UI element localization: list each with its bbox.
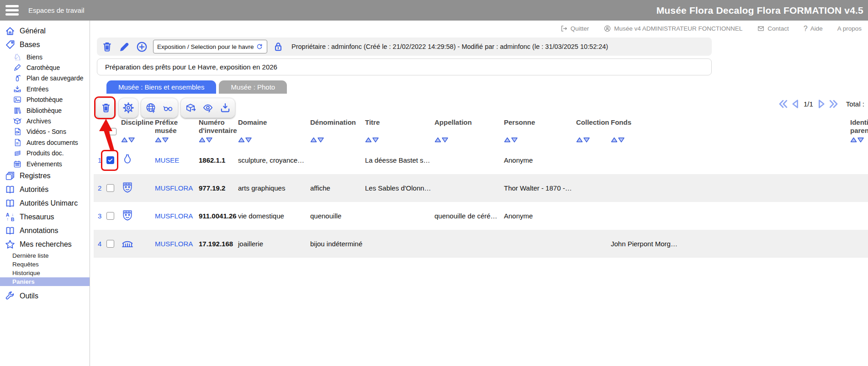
add-basket-button[interactable] bbox=[136, 41, 148, 53]
sort-icon[interactable] bbox=[576, 136, 603, 145]
sidebar-item-bibliotheque[interactable]: Bibliothèque bbox=[0, 105, 90, 116]
row-checkbox[interactable] bbox=[106, 156, 114, 164]
cell-prefixe[interactable]: MUSFLORA bbox=[151, 212, 195, 220]
sidebar-item-mes-recherches[interactable]: Mes recherches bbox=[0, 238, 90, 251]
eye-icon[interactable] bbox=[202, 102, 214, 114]
sidebar-item-thesaurus[interactable]: A↓↑BThesaurus bbox=[0, 210, 90, 224]
sidebar-item-derniere-liste[interactable]: Dernière liste bbox=[0, 251, 90, 260]
sidebar-item-registres[interactable]: Registres bbox=[0, 169, 90, 183]
row-checkbox[interactable] bbox=[106, 184, 114, 192]
sort-icon[interactable] bbox=[155, 136, 191, 145]
row-number-link[interactable]: 2 bbox=[94, 184, 105, 192]
sidebar-item-outils[interactable]: Outils bbox=[0, 289, 90, 303]
cell-prefixe[interactable]: MUSEE bbox=[151, 156, 195, 164]
tab-musee-photo[interactable]: Musée : Photo bbox=[219, 80, 287, 94]
book-icon bbox=[5, 225, 16, 236]
sort-icon[interactable] bbox=[199, 136, 231, 145]
basket-selector[interactable]: Exposition / Selection pour le havre bbox=[153, 40, 267, 53]
table-row: 3MUSFLORA911.0041.26vie domestiquequenou… bbox=[94, 202, 868, 230]
extinguisher-icon bbox=[13, 74, 22, 83]
sidebar-item-historique[interactable]: Historique bbox=[0, 269, 90, 277]
cell-numero: 17.192.168 bbox=[195, 240, 234, 248]
cell-prefixe[interactable]: MUSFLORA bbox=[151, 240, 195, 248]
tab-label: Musée : Photo bbox=[231, 83, 275, 91]
sort-icon[interactable] bbox=[310, 136, 358, 145]
sidebar-item-annotations[interactable]: Annotations bbox=[0, 224, 90, 238]
sidebar-item-phototheque[interactable]: Photothèque bbox=[0, 95, 90, 105]
aide-button[interactable]: ? Aide bbox=[804, 25, 823, 33]
sidebar-item-evenements[interactable]: Evènements bbox=[0, 159, 90, 169]
download-icon[interactable] bbox=[219, 102, 231, 114]
column-header-num bbox=[94, 117, 105, 146]
box-export-icon[interactable] bbox=[185, 102, 196, 114]
sidebar-item-label: Photothèque bbox=[26, 96, 63, 103]
sidebar-item-label: Bases bbox=[20, 41, 40, 49]
select-all-checkbox[interactable] bbox=[109, 128, 116, 135]
contact-button[interactable]: Contact bbox=[757, 25, 789, 32]
sidebar-item-label: Historique bbox=[12, 270, 40, 276]
logout-icon bbox=[560, 25, 568, 32]
user-menu[interactable]: Musée v4 ADMINISTRATEUR FONCTIONNEL bbox=[603, 25, 742, 32]
basket-description-box[interactable]: Préparation des prêts pour Le Havre, exp… bbox=[97, 58, 712, 75]
table-header-row: DisciplinePréfixe muséeNuméro d'inventai… bbox=[94, 117, 868, 146]
globe-icon[interactable] bbox=[145, 102, 157, 114]
sort-icon[interactable] bbox=[434, 136, 497, 145]
sidebar-item-archives[interactable]: Archives bbox=[0, 116, 90, 126]
sort-icon[interactable] bbox=[504, 136, 569, 145]
next-page-button[interactable] bbox=[815, 98, 827, 110]
column-header-appellation: Appellation bbox=[431, 117, 500, 146]
glasses-icon[interactable] bbox=[162, 102, 174, 114]
tab-musee-biens-et-ensembles[interactable]: Musée : Biens et ensembles bbox=[106, 80, 216, 94]
sidebar-item-plan-de-sauvegarde[interactable]: Plan de sauvegarde bbox=[0, 73, 90, 84]
column-header-domaine: Domaine bbox=[234, 117, 307, 146]
sidebar-item-produits-doc[interactable]: Produits doc. bbox=[0, 148, 90, 159]
row-checkbox[interactable] bbox=[106, 240, 114, 248]
mask-icon bbox=[121, 208, 134, 223]
sidebar-item-autorites[interactable]: Autorités bbox=[0, 183, 90, 196]
basket-owner-meta: Propriétaire : adminfonc (Créé le : 21/0… bbox=[291, 43, 608, 50]
sidebar-item-paniers[interactable]: Paniers bbox=[0, 277, 90, 286]
row-number-link[interactable]: 3 bbox=[94, 212, 105, 220]
lock-icon[interactable] bbox=[272, 41, 284, 53]
row-number-link[interactable]: 4 bbox=[94, 240, 105, 248]
trash-icon[interactable] bbox=[100, 102, 112, 114]
papers-icon bbox=[13, 149, 22, 158]
workspace-title: Espaces de travail bbox=[28, 6, 85, 14]
sidebar-item-label: Mes recherches bbox=[20, 240, 72, 249]
sort-icon[interactable] bbox=[611, 136, 669, 145]
sort-icon[interactable] bbox=[238, 136, 303, 145]
delete-basket-button[interactable] bbox=[101, 41, 113, 53]
sidebar-item-autorites-unimarc[interactable]: Autorités Unimarc bbox=[0, 196, 90, 210]
column-label: Dénomination bbox=[310, 118, 358, 127]
sidebar-item-label: Outils bbox=[20, 292, 38, 300]
cell-prefixe[interactable]: MUSFLORA bbox=[151, 184, 195, 192]
cell-denomination: quenouille bbox=[307, 212, 361, 220]
prev-page-button[interactable] bbox=[790, 98, 801, 110]
row-number-link[interactable]: 1 bbox=[94, 156, 105, 164]
sort-icon[interactable] bbox=[850, 136, 868, 145]
sidebar-item-entrees[interactable]: Entrées bbox=[0, 84, 90, 94]
gear-icon[interactable] bbox=[122, 102, 134, 114]
sidebar-item-biens[interactable]: ♘Biens bbox=[0, 52, 90, 62]
sidebar-item-general[interactable]: Général bbox=[0, 24, 90, 38]
sidebar-item-requetes[interactable]: Requêtes bbox=[0, 260, 90, 269]
last-page-button[interactable] bbox=[828, 98, 839, 110]
user-label: Musée v4 ADMINISTRATEUR FONCTIONNEL bbox=[614, 25, 742, 32]
sort-icon[interactable] bbox=[365, 136, 427, 145]
quitter-button[interactable]: Quitter bbox=[560, 25, 589, 32]
aide-label: Aide bbox=[810, 25, 823, 32]
sidebar-item-videos-sons[interactable]: Vidéos - Sons bbox=[0, 127, 90, 137]
apropos-button[interactable]: A propos bbox=[837, 25, 862, 32]
discipline-cell bbox=[117, 236, 151, 252]
sidebar-item-autres-documents[interactable]: Autres documents bbox=[0, 137, 90, 148]
column-header-fonds: Fonds bbox=[607, 117, 673, 146]
sidebar-item-carotheque[interactable]: Carothèque bbox=[0, 62, 90, 73]
row-checkbox[interactable] bbox=[106, 212, 114, 220]
first-page-button[interactable] bbox=[778, 98, 789, 110]
edit-basket-button[interactable] bbox=[118, 41, 131, 53]
discipline-cell bbox=[117, 208, 151, 224]
menu-icon[interactable] bbox=[5, 3, 19, 18]
sidebar-item-bases[interactable]: Bases bbox=[0, 38, 90, 52]
cell-personne: Thor Walter - 1870 -… bbox=[500, 184, 572, 192]
sort-icon[interactable] bbox=[121, 136, 148, 145]
